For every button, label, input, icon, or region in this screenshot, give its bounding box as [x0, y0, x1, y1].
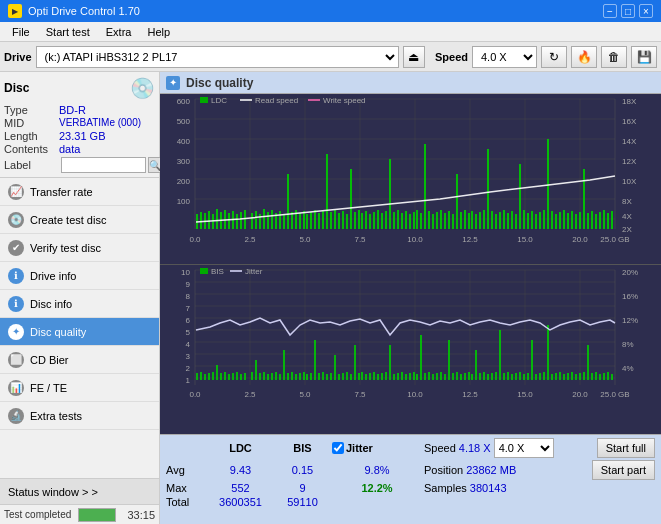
speed-quality-select[interactable]: 4.0 X 8.0 X — [494, 438, 554, 458]
svg-rect-199 — [310, 373, 312, 380]
drive-select[interactable]: (k:) ATAPI iHBS312 2 PL17 — [36, 46, 399, 68]
status-window-button[interactable]: Status window > > — [0, 478, 159, 504]
svg-rect-93 — [499, 212, 501, 229]
total-label: Total — [166, 496, 206, 508]
titlebar-left: ▶ Opti Drive Control 1.70 — [8, 4, 140, 18]
speed-select[interactable]: 4.0 X 8.0 X 1.0 X 2.0 X — [472, 46, 537, 68]
sidebar-item-transfer-rate[interactable]: 📈 Transfer rate — [0, 178, 159, 206]
maximize-button[interactable]: □ — [621, 4, 635, 18]
sidebar-item-cd-bier[interactable]: ⬜ CD Bier — [0, 346, 159, 374]
sidebar-item-disc-quality[interactable]: ✦ Disc quality — [0, 318, 159, 346]
disc-label-input[interactable] — [61, 157, 146, 173]
minimize-button[interactable]: − — [603, 4, 617, 18]
svg-text:8%: 8% — [622, 340, 634, 349]
svg-rect-120 — [607, 213, 609, 229]
svg-rect-213 — [365, 374, 367, 380]
svg-rect-202 — [322, 372, 324, 380]
samples-area: Samples 380143 — [424, 482, 655, 494]
svg-text:18X: 18X — [622, 97, 637, 106]
svg-rect-273 — [603, 373, 605, 380]
menu-help[interactable]: Help — [139, 24, 178, 40]
svg-rect-119 — [603, 210, 605, 229]
transfer-rate-icon: 📈 — [8, 184, 24, 200]
svg-rect-46 — [314, 210, 316, 229]
burn-button[interactable]: 🔥 — [571, 46, 597, 68]
disc-contents-val: data — [59, 143, 80, 155]
svg-rect-110 — [567, 213, 569, 229]
svg-rect-271 — [595, 372, 597, 380]
svg-rect-28 — [240, 212, 242, 229]
svg-rect-189 — [271, 373, 273, 380]
svg-rect-94 — [503, 210, 505, 229]
svg-rect-175 — [212, 372, 214, 380]
svg-text:10.0: 10.0 — [407, 235, 423, 244]
nav-label-disc-quality: Disc quality — [30, 326, 86, 338]
menu-file[interactable]: File — [4, 24, 38, 40]
ldc-max: 552 — [208, 482, 273, 494]
svg-rect-198 — [306, 374, 308, 380]
disc-contents-label: Contents — [4, 143, 59, 155]
jitter-checkbox[interactable] — [332, 442, 344, 454]
svg-rect-84 — [464, 210, 466, 229]
disc-label-row: Label 🔍 — [4, 157, 155, 173]
erase-button[interactable]: 🗑 — [601, 46, 627, 68]
svg-rect-58 — [361, 213, 363, 229]
drive-info-icon: ℹ — [8, 268, 24, 284]
svg-rect-251 — [515, 373, 517, 380]
svg-text:3: 3 — [186, 352, 191, 361]
bis-chart: 10 9 8 7 6 5 4 3 2 1 20% 16% 12% 8% 4% — [160, 265, 661, 435]
svg-rect-223 — [405, 374, 407, 380]
svg-text:0.0: 0.0 — [189, 390, 201, 399]
svg-rect-64 — [385, 211, 387, 229]
svg-rect-95 — [507, 213, 509, 229]
sidebar-item-extra-tests[interactable]: 🔬 Extra tests — [0, 402, 159, 430]
svg-rect-55 — [350, 169, 352, 229]
svg-rect-204 — [330, 373, 332, 380]
close-button[interactable]: × — [639, 4, 653, 18]
svg-rect-85 — [468, 213, 470, 229]
svg-text:2.5: 2.5 — [244, 235, 256, 244]
svg-rect-190 — [275, 372, 277, 380]
sidebar-item-verify-test-disc[interactable]: ✔ Verify test disc — [0, 234, 159, 262]
svg-rect-257 — [539, 373, 541, 380]
sidebar-item-drive-info[interactable]: ℹ Drive info — [0, 262, 159, 290]
svg-rect-39 — [287, 174, 289, 229]
svg-rect-108 — [559, 212, 561, 229]
menu-start-test[interactable]: Start test — [38, 24, 98, 40]
start-full-button[interactable]: Start full — [597, 438, 655, 458]
svg-text:8: 8 — [186, 292, 191, 301]
svg-rect-43 — [303, 211, 305, 229]
svg-rect-256 — [535, 374, 537, 380]
svg-rect-109 — [563, 210, 565, 229]
svg-text:12X: 12X — [622, 157, 637, 166]
svg-rect-214 — [369, 373, 371, 380]
svg-text:2X: 2X — [622, 225, 632, 234]
svg-rect-207 — [342, 373, 344, 380]
sidebar-item-disc-info[interactable]: ℹ Disc info — [0, 290, 159, 318]
charts-area: 600 500 400 300 200 100 18X 16X 14X 12X … — [160, 94, 661, 434]
svg-rect-86 — [471, 211, 473, 229]
svg-rect-171 — [196, 373, 198, 380]
svg-rect-210 — [354, 345, 356, 380]
sidebar-item-create-test-disc[interactable]: 💿 Create test disc — [0, 206, 159, 234]
svg-rect-35 — [271, 210, 273, 229]
sidebar-item-fe-te[interactable]: 📊 FE / TE — [0, 374, 159, 402]
svg-rect-70 — [409, 214, 411, 229]
menu-extra[interactable]: Extra — [98, 24, 140, 40]
app-title: Opti Drive Control 1.70 — [28, 5, 140, 17]
svg-rect-174 — [208, 373, 210, 380]
bis-svg: 10 9 8 7 6 5 4 3 2 1 20% 16% 12% 8% 4% — [160, 265, 661, 435]
progress-status: Test completed — [4, 509, 74, 520]
start-part-button[interactable]: Start part — [592, 460, 655, 480]
svg-rect-101 — [531, 211, 533, 229]
svg-rect-243 — [483, 372, 485, 380]
nav-label-fe-te: FE / TE — [30, 382, 67, 394]
progress-bar-container — [78, 508, 116, 522]
save-button[interactable]: 💾 — [631, 46, 657, 68]
svg-rect-191 — [279, 374, 281, 380]
eject-button[interactable]: ⏏ — [403, 46, 425, 68]
svg-rect-69 — [405, 211, 407, 229]
titlebar-controls[interactable]: − □ × — [603, 4, 653, 18]
refresh-button[interactable]: ↻ — [541, 46, 567, 68]
stats-header-row: LDC BIS Jitter Speed 4.18 X 4.0 X 8.0 X … — [166, 438, 655, 458]
